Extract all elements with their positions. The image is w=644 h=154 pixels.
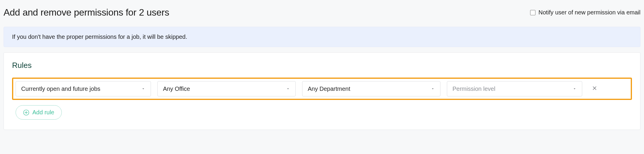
rule-row: Currently open and future jobs Any Offic…	[12, 78, 632, 100]
rules-panel: Rules Currently open and future jobs Any…	[4, 52, 640, 130]
plus-circle-icon	[23, 109, 29, 116]
permission-level-select[interactable]: Permission level	[447, 81, 582, 96]
permission-level-placeholder: Permission level	[452, 86, 495, 92]
office-value: Any Office	[163, 86, 190, 92]
caret-down-icon	[141, 87, 145, 91]
caret-down-icon	[286, 87, 290, 91]
info-banner-text: If you don't have the proper permissions…	[12, 34, 187, 40]
job-scope-select[interactable]: Currently open and future jobs	[16, 81, 151, 96]
department-select[interactable]: Any Department	[302, 81, 440, 96]
office-select[interactable]: Any Office	[157, 81, 296, 96]
rules-heading: Rules	[12, 61, 632, 70]
info-banner: If you don't have the proper permissions…	[4, 27, 640, 47]
job-scope-value: Currently open and future jobs	[21, 86, 100, 92]
add-rule-button[interactable]: Add rule	[16, 105, 62, 120]
notify-checkbox[interactable]	[530, 10, 535, 15]
page-title: Add and remove permissions for 2 users	[4, 7, 169, 18]
caret-down-icon	[573, 87, 577, 91]
department-value: Any Department	[308, 86, 350, 92]
close-icon	[592, 85, 598, 92]
notify-label: Notify user of new permission via email	[538, 9, 640, 16]
notify-checkbox-wrapper[interactable]: Notify user of new permission via email	[530, 9, 640, 16]
caret-down-icon	[431, 87, 435, 91]
add-rule-label: Add rule	[32, 109, 54, 116]
remove-rule-button[interactable]	[589, 83, 600, 95]
